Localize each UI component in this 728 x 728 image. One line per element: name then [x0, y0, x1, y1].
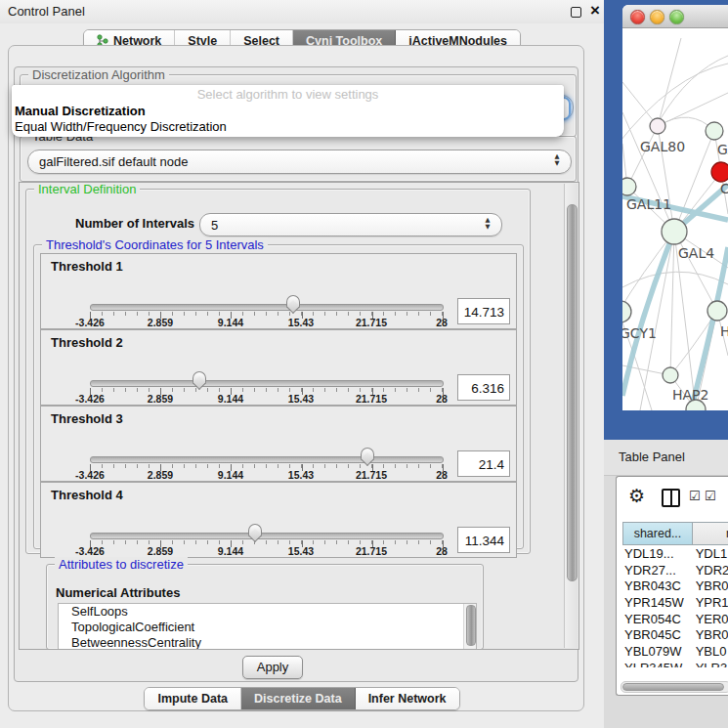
- tab-label: Discretize Data: [254, 688, 342, 709]
- table-data-group: Table Data galFiltered.sif default node …: [20, 136, 577, 182]
- apply-button[interactable]: Apply: [242, 656, 303, 679]
- horizontal-scrollbar[interactable]: [621, 681, 728, 693]
- number-of-intervals-spinner[interactable]: 5 ▲▼: [199, 213, 502, 236]
- horizontal-scrollbar-thumb[interactable]: [622, 683, 724, 691]
- table-row[interactable]: YPR145WYPR1: [622, 595, 728, 612]
- dropdown-item-equal-width[interactable]: Equal Width/Frequency Discretization: [15, 119, 227, 134]
- threshold-label: Threshold 2: [51, 335, 123, 350]
- threshold-3-panel: Threshold 3 -3.4262.859 9.14415.43 21.71…: [40, 406, 517, 482]
- table-toolbar: ⚙ ☑ ☑: [617, 477, 728, 521]
- tab-impute-data[interactable]: Impute Data: [145, 688, 241, 709]
- threshold-label: Threshold 3: [51, 411, 123, 426]
- network-window-titlebar[interactable]: [622, 5, 728, 28]
- slider-scale: -3.4262.859 9.14415.43 21.71528: [90, 545, 442, 557]
- dropdown-hint-item[interactable]: Select algorithm to view settings: [12, 87, 564, 102]
- node-top-right: [706, 122, 723, 140]
- node-label: HAP2: [672, 387, 708, 403]
- tab-label: Infer Network: [368, 688, 447, 709]
- stepper-arrows-icon[interactable]: ▲▼: [483, 217, 492, 231]
- group-title: Interval Definition: [34, 182, 140, 196]
- node-hap2: [663, 367, 678, 383]
- node-label: H: [720, 323, 728, 339]
- list-item[interactable]: BetweennessCentrality: [59, 635, 476, 650]
- table-row[interactable]: YDL19...YDL1: [622, 546, 728, 563]
- threshold-value-field[interactable]: 11.344: [457, 527, 510, 553]
- threshold-value-field[interactable]: 6.316: [457, 374, 510, 401]
- settings-scroll-viewport: Interval Definition Number of Intervals …: [19, 182, 579, 650]
- tab-label: Impute Data: [157, 688, 228, 709]
- zoom-traffic-light-icon[interactable]: [669, 10, 684, 24]
- column-header-shared-name[interactable]: shared...: [622, 522, 693, 545]
- float-window-icon[interactable]: [571, 7, 581, 18]
- vertical-scrollbar[interactable]: [564, 184, 578, 648]
- table-row[interactable]: YDR27...YDR2: [622, 563, 728, 579]
- list-scrollbar[interactable]: [463, 604, 476, 649]
- node-gal80: [650, 118, 665, 134]
- table-rows: YDL19...YDL1 YDR27...YDR2 YBR043CYBR0 YP…: [622, 546, 728, 667]
- node-gal4: [662, 219, 687, 244]
- table-panel-titlebar: Table Panel: [604, 440, 728, 476]
- table-header-row: shared... n: [622, 522, 728, 545]
- node-gcy1: [622, 301, 631, 322]
- slider-track[interactable]: [90, 533, 444, 539]
- node-label: GAL4: [678, 245, 714, 261]
- table-row[interactable]: YER054CYER0: [622, 612, 728, 628]
- combo-value: galFiltered.sif default node: [39, 150, 188, 173]
- close-traffic-light-icon[interactable]: [630, 10, 645, 24]
- group-title: Attributes to discretize: [55, 557, 188, 572]
- network-canvas[interactable]: GAL80 GA C GAL11 GAL4 GCY1 H HAP2: [622, 28, 728, 410]
- numerical-attributes-list[interactable]: SelfLoops TopologicalCoefficient Between…: [58, 603, 477, 650]
- table-row[interactable]: YBL079WYBL0: [622, 644, 728, 661]
- table-panel-title: Table Panel: [619, 450, 685, 464]
- node-label: GAL80: [640, 139, 685, 154]
- slider-track[interactable]: [90, 380, 444, 387]
- slider-track[interactable]: [90, 304, 444, 311]
- bottom-tab-bar: Impute Data Discretize Data Infer Networ…: [0, 687, 604, 710]
- node-label: C: [720, 181, 728, 196]
- threshold-label: Threshold 4: [51, 488, 123, 502]
- table-data-combo[interactable]: galFiltered.sif default node ▲▼: [27, 150, 572, 174]
- checkbox-icon[interactable]: ☑: [689, 489, 701, 503]
- node-h: [707, 301, 727, 321]
- control-panel-titlebar: Control Panel: [0, 0, 604, 23]
- tab-infer-network[interactable]: Infer Network: [356, 688, 459, 709]
- list-item[interactable]: TopologicalCoefficient: [59, 620, 476, 635]
- spinner-value: 5: [211, 214, 218, 236]
- minimize-traffic-light-icon[interactable]: [650, 10, 664, 24]
- group-title: Threshold's Coordinates for 5 Intervals: [42, 237, 268, 252]
- node-gal11: [622, 178, 636, 195]
- group-title: Discretization Algorithm: [28, 67, 169, 82]
- threshold-label: Threshold 1: [51, 259, 123, 274]
- network-view-window[interactable]: GAL80 GA C GAL11 GAL4 GCY1 H HAP2: [622, 5, 728, 410]
- threshold-value-field[interactable]: 21.4: [457, 450, 510, 477]
- stepper-arrows-icon[interactable]: ▲▼: [552, 153, 562, 167]
- node-red-selected: [711, 162, 728, 182]
- numerical-attributes-label: Numerical Attributes: [56, 585, 180, 600]
- threshold-1-panel: Threshold 1 -3.4262.859 9.14415.43 21.71…: [40, 253, 517, 329]
- split-columns-icon[interactable]: [662, 489, 680, 507]
- slider-track[interactable]: [90, 456, 444, 463]
- panel-title: Control Panel: [8, 4, 85, 19]
- node-table: ⚙ ☑ ☑ shared... n YDL19...YDL1 YDR27...Y…: [616, 476, 728, 696]
- table-row[interactable]: YLR345WYLR3: [622, 661, 728, 667]
- slider-scale: -3.4262.859 9.14415.43 21.71528: [90, 393, 442, 405]
- threshold-2-panel: Threshold 2 -3.4262.859 9.14415.43 21.71…: [40, 329, 517, 406]
- vertical-scrollbar-thumb[interactable]: [567, 204, 578, 581]
- node-label: GA: [717, 142, 728, 157]
- threshold-value-field[interactable]: 14.713: [457, 298, 510, 324]
- list-item[interactable]: SelfLoops: [59, 604, 476, 620]
- algorithm-dropdown-popup: Select algorithm to view settings Manual…: [12, 85, 564, 137]
- table-row[interactable]: YBR045CYBR0: [622, 627, 728, 644]
- tab-discretize-data[interactable]: Discretize Data: [241, 688, 356, 709]
- list-scrollbar-thumb[interactable]: [466, 605, 476, 646]
- network-graph: GAL80 GA C GAL11 GAL4 GCY1 H HAP2: [622, 28, 728, 410]
- dropdown-item-manual-discretization[interactable]: Manual Discretization: [15, 104, 146, 118]
- gear-icon[interactable]: ⚙: [628, 485, 645, 506]
- column-header-name[interactable]: n: [693, 522, 728, 545]
- checkbox-icon[interactable]: ☑: [705, 489, 716, 503]
- interval-definition-group: Interval Definition Number of Intervals …: [25, 189, 531, 554]
- node-label: GCY1: [622, 325, 657, 341]
- table-row[interactable]: YBR043CYBR0: [622, 578, 728, 595]
- close-icon[interactable]: ×: [586, 1, 604, 21]
- threshold-4-panel: Threshold 4 -3.4262.859 9.14415.43 21.71…: [40, 482, 517, 558]
